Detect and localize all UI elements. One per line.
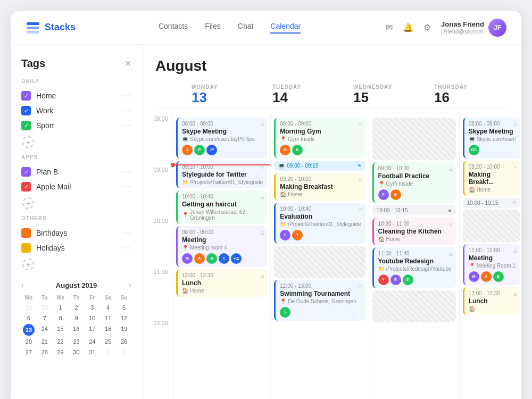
event-menu-icon[interactable]: ≡	[449, 165, 453, 173]
nav-files[interactable]: Files	[205, 22, 221, 34]
tag-planb[interactable]: ✓ Plan B ···	[21, 164, 131, 179]
cal-day[interactable]: 18	[101, 324, 115, 336]
cal-day[interactable]: 2	[69, 303, 84, 312]
tag-dots-work[interactable]: ···	[123, 106, 131, 115]
cal-day[interactable]: 20	[21, 337, 36, 346]
event-lunch-thu[interactable]: ≡ 12:00 - 12:30 Lunch 🏠	[463, 287, 520, 315]
event-menu-icon[interactable]: ≡	[260, 272, 264, 280]
cal-day[interactable]: 12	[117, 313, 131, 323]
event-menu-icon[interactable]: ≡	[513, 247, 517, 255]
event-menu-icon[interactable]: ≡	[359, 206, 362, 213]
cal-next[interactable]: ›	[129, 281, 131, 289]
nav-contacts[interactable]: Contacts	[159, 22, 188, 34]
event-youtube-redesign[interactable]: ≡ 11:00 - 11:40 Youtube Redesign 📁/Proje…	[372, 247, 456, 288]
tag-dots-planb[interactable]: ···	[123, 167, 131, 177]
add-app-tag[interactable]: +	[22, 197, 34, 209]
add-other-tag[interactable]: +	[22, 259, 34, 270]
tag-holidays[interactable]: Holidays ···	[21, 240, 131, 255]
nav-calendar[interactable]: Calendar	[270, 22, 301, 34]
cal-day[interactable]: 16	[69, 324, 84, 336]
close-button[interactable]: ✕	[124, 59, 131, 69]
tag-dots-applemail[interactable]: ···	[123, 182, 131, 192]
cal-day[interactable]: 31	[85, 347, 99, 357]
nav-chat[interactable]: Chat	[238, 22, 254, 34]
tag-dots-sport[interactable]: ···	[123, 121, 131, 130]
event-menu-icon[interactable]: ≡	[449, 251, 453, 258]
cal-day[interactable]: 4	[101, 303, 115, 312]
event-menu-icon[interactable]: ≡	[359, 176, 362, 184]
event-menu-icon[interactable]: ≡	[513, 290, 517, 298]
event-skype-meeting-thu[interactable]: ≡ 08:00 - 09:00 Skype Meeting 💻Skype.com…	[463, 118, 520, 159]
event-menu-icon[interactable]: ≡	[260, 194, 264, 201]
cal-day[interactable]: 3	[85, 303, 99, 312]
event-meeting-thu[interactable]: ≡ 11:00 - 12:00 Meeting 📍Meeting Room 1 …	[463, 244, 520, 285]
cal-day[interactable]: 8	[53, 313, 68, 323]
tag-home[interactable]: ✓ Home ···	[21, 88, 131, 103]
cal-day[interactable]: 14	[37, 324, 52, 336]
cal-day[interactable]: 27	[21, 347, 36, 357]
cal-day[interactable]: 22	[53, 337, 68, 346]
event-evaluation[interactable]: ≡ 10:00 - 10:40 Evaluation 📁/Projects/Tw…	[274, 203, 365, 244]
event-making-breakfast-thu[interactable]: ≡ 09:20 - 10:00 Making Breakf... 🏠Home	[463, 161, 520, 196]
event-cleaning-kitchen[interactable]: ≡ 10:20 - 11:00 Cleaning the Kitchen 🏠Ho…	[372, 218, 456, 245]
add-daily-tag[interactable]: +	[22, 136, 34, 148]
cal-day[interactable]: 19	[117, 324, 131, 336]
cal-prev[interactable]: ‹	[21, 281, 24, 289]
event-menu-icon[interactable]: ≡	[359, 121, 362, 128]
cal-day[interactable]: 30	[37, 303, 52, 312]
event-small-tue[interactable]: 💻09:00 - 09:15 ≡	[274, 161, 365, 171]
tag-check-holidays	[21, 243, 31, 253]
sidebar: Tags ✕ DAILY ✓ Home ··· ✓ Work ··· ✓ Spo…	[11, 45, 143, 399]
cal-day[interactable]: 24	[85, 337, 99, 346]
tag-work[interactable]: ✓ Work ···	[21, 103, 131, 118]
cal-day[interactable]: 29	[53, 347, 68, 357]
cal-day[interactable]: 9	[69, 313, 84, 323]
cal-day[interactable]: 26	[117, 337, 131, 346]
tag-dots-birthdays[interactable]: ···	[123, 228, 131, 238]
tag-check-home: ✓	[21, 91, 31, 101]
cal-day[interactable]: 2	[117, 347, 131, 357]
event-menu-icon[interactable]: ≡	[513, 164, 517, 171]
cal-day[interactable]: 17	[85, 324, 99, 336]
event-haircut[interactable]: ≡ 10:00 - 10:40 Getting an haircut 📍Joha…	[176, 190, 267, 224]
settings-icon[interactable]: ⚙	[422, 22, 433, 33]
logo[interactable]: Stacks	[26, 20, 76, 35]
event-small-thu[interactable]: 10:00 - 10:15 ≡	[463, 198, 520, 208]
cal-day[interactable]: 25	[101, 337, 115, 346]
cal-day[interactable]: 6	[21, 313, 36, 323]
cal-day[interactable]: 11	[101, 313, 115, 323]
event-football-practice[interactable]: ≡ 09:00 - 10:00 Football Practice 📍Gym I…	[372, 162, 456, 203]
tag-dots-home[interactable]: ···	[123, 91, 131, 101]
cal-day[interactable]: 1	[53, 303, 68, 312]
tag-dots-holidays[interactable]: ···	[123, 243, 131, 253]
cal-day[interactable]: 5	[117, 303, 131, 312]
cal-day[interactable]: 1	[101, 347, 115, 357]
event-menu-icon[interactable]: ≡	[359, 283, 362, 290]
event-meeting-mon[interactable]: ≡ 08:00 - 09:00 Meeting 📍Meeting room 4 …	[176, 226, 267, 267]
cal-day[interactable]: 23	[69, 337, 84, 346]
event-morning-gym[interactable]: ≡ 08:00 - 09:00 Morning Gym 📍Gym Inside …	[274, 118, 365, 159]
event-menu-icon[interactable]: ≡	[260, 229, 264, 237]
tag-sport[interactable]: ✓ Sport ···	[21, 118, 131, 133]
event-menu-icon[interactable]: ≡	[513, 121, 517, 128]
event-lunch-mon[interactable]: ≡ 12:00 - 12:30 Lunch 🏠Home	[176, 269, 267, 297]
cal-day[interactable]: 10	[85, 313, 99, 323]
tag-applemail[interactable]: ✓ Apple Mail ···	[21, 179, 131, 194]
cal-day-today[interactable]: 13	[23, 324, 35, 336]
cal-day[interactable]: 21	[37, 337, 52, 346]
tag-birthdays[interactable]: Birthdays ···	[21, 226, 131, 240]
event-menu-icon[interactable]: ≡	[449, 221, 453, 228]
cal-day[interactable]: 28	[37, 347, 52, 357]
event-swimming-tournament[interactable]: ≡ 12:00 - 13:00 Swimming Tournament 📍De …	[274, 280, 365, 321]
event-small-wed[interactable]: 10:00 - 10:15 ≡	[372, 205, 456, 215]
cal-day[interactable]: 7	[37, 313, 52, 323]
mail-icon[interactable]: ✉	[384, 22, 394, 33]
event-making-breakfast-tue[interactable]: ≡ 09:20 - 10:00 Making Breakfast 🏠Home	[274, 173, 365, 201]
cal-day[interactable]: 15	[53, 324, 68, 336]
user-info[interactable]: Jonas Friend j.friend@ux.com JF	[441, 19, 506, 37]
event-menu-icon[interactable]: ≡	[260, 121, 264, 128]
bell-icon[interactable]: 🔔	[403, 22, 413, 33]
cal-day[interactable]: 30	[69, 347, 84, 357]
event-skype-meeting-mon[interactable]: ≡ 08:00 - 09:00 Skype Meeting 💻Skype.com…	[176, 118, 267, 159]
cal-day[interactable]: 29	[21, 303, 36, 312]
